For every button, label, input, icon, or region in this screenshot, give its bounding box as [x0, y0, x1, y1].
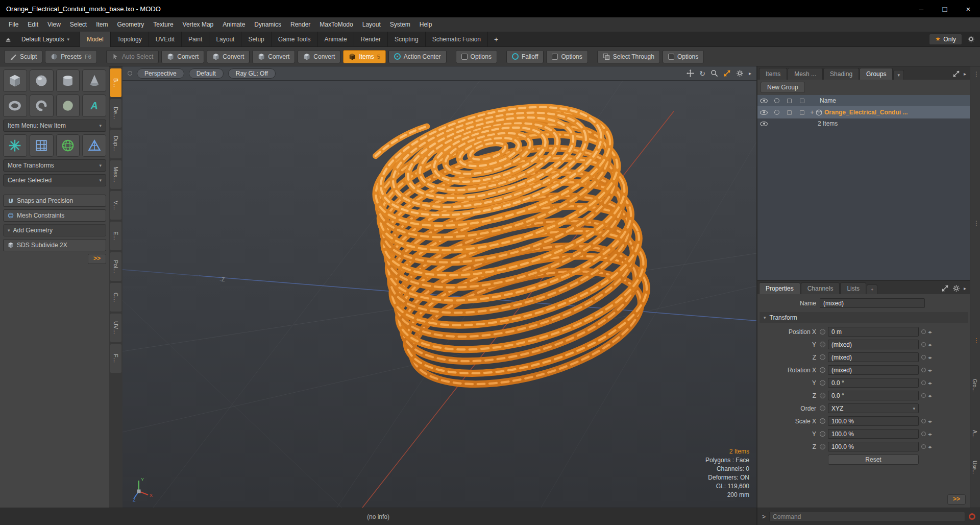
channel-ring[interactable] [820, 342, 825, 347]
scale-z-input[interactable] [828, 442, 919, 451]
zoom-icon[interactable] [710, 69, 718, 77]
tab-items[interactable]: Items [759, 68, 787, 80]
menu-dynamics[interactable]: Dynamics [250, 17, 286, 32]
expand-tool-panel-button[interactable]: >> [88, 254, 106, 264]
visibility-eye-icon[interactable] [760, 110, 768, 115]
tab-lists[interactable]: Lists [840, 282, 866, 294]
menu-maxtomodo[interactable]: MaxToModo [315, 17, 357, 32]
shading-mode-dropdown[interactable]: Default [189, 68, 224, 79]
lock-column-icon[interactable] [787, 99, 792, 103]
cylinder-tool-button[interactable] [56, 69, 80, 92]
tab-properties[interactable]: Properties [759, 282, 800, 294]
channel-state-icon[interactable] [921, 419, 926, 423]
group-row-selected[interactable]: + Orange_Electrical_Condui ... [757, 106, 970, 118]
mini-slider-icon[interactable]: ◂▸ [928, 432, 932, 437]
panel-settings-gear-icon[interactable] [952, 284, 960, 292]
tab-mesh[interactable]: Mesh ... [788, 68, 823, 80]
tab-paint[interactable]: Paint [182, 32, 209, 47]
torus-tool-button[interactable] [3, 94, 27, 117]
strip-tab-uv[interactable]: UV… [110, 314, 121, 342]
tab-schematic-fusion[interactable]: Schematic Fusion [426, 32, 488, 47]
action-center-button[interactable]: Action Center [388, 50, 447, 63]
position-y-input[interactable] [828, 340, 919, 349]
lock-toggle-icon[interactable] [787, 110, 792, 115]
select-through-button[interactable]: Select Through [597, 50, 660, 63]
convert-materials-button[interactable]: Convert [298, 50, 340, 63]
filter-column-icon[interactable] [800, 99, 804, 103]
default-layouts-dropdown[interactable]: Default Layouts ▾ [16, 36, 75, 43]
menu-layout[interactable]: Layout [358, 17, 385, 32]
collapsed-tab-assembly[interactable]: A... [972, 430, 977, 438]
mini-slider-icon[interactable]: ◂▸ [928, 368, 932, 373]
layout-settings-gear-icon[interactable] [967, 35, 975, 43]
convert-edges-button[interactable]: Convert [207, 50, 250, 63]
expand-panel-icon[interactable] [952, 70, 960, 78]
mini-slider-icon[interactable]: ◂▸ [928, 419, 932, 424]
close-button[interactable]: × [957, 0, 980, 17]
conduit-model[interactable] [347, 86, 669, 392]
pin-layout-icon[interactable] [0, 32, 16, 47]
maximize-button[interactable]: □ [933, 0, 957, 17]
wire-pyramid-tool-button[interactable] [82, 134, 106, 157]
rotation-x-input[interactable] [828, 365, 919, 375]
add-layout-tab-button[interactable]: + [488, 32, 504, 47]
name-input[interactable] [820, 298, 925, 308]
channel-ring[interactable] [820, 380, 825, 386]
channel-ring[interactable] [820, 405, 825, 411]
reset-button[interactable]: Reset [828, 455, 919, 465]
channel-ring[interactable] [820, 329, 825, 335]
render-toggle-icon[interactable] [774, 110, 779, 115]
collapsed-tab-groups[interactable]: Gro... [972, 379, 977, 392]
channel-ring[interactable] [820, 444, 825, 449]
collapsed-tab-user[interactable]: Use... [972, 461, 977, 474]
new-group-button[interactable]: New Group [761, 82, 805, 93]
menu-geometry[interactable]: Geometry [113, 17, 149, 32]
menu-texture[interactable]: Texture [149, 17, 178, 32]
drag-handle-icon[interactable]: ⋮ [973, 70, 979, 78]
menu-select[interactable]: Select [65, 17, 91, 32]
scale-x-input[interactable] [828, 416, 919, 426]
text-tool-button[interactable]: A [82, 94, 106, 117]
scale-y-input[interactable] [828, 429, 919, 439]
locator-tool-button[interactable] [3, 134, 27, 157]
action-center-options-button[interactable]: Options [456, 50, 497, 63]
falloff-options-button[interactable]: Options [546, 50, 587, 63]
group-row-count[interactable]: 2 Items [757, 118, 970, 129]
only-toggle-button[interactable]: ★ Only [929, 34, 962, 45]
channel-ring[interactable] [820, 393, 825, 398]
channel-ring[interactable] [820, 418, 825, 424]
mini-slider-icon[interactable]: ◂▸ [928, 355, 932, 360]
viewport-settings-gear-icon[interactable] [736, 69, 744, 77]
position-x-input[interactable] [828, 327, 919, 337]
tab-overflow-caret[interactable]: ▾ [893, 70, 904, 80]
menu-item[interactable]: Item [91, 17, 112, 32]
snaps-and-precision-button[interactable]: Snaps and Precision [3, 195, 106, 207]
cone-tool-button[interactable] [82, 69, 106, 92]
menu-help[interactable]: Help [415, 17, 437, 32]
viewport-scene[interactable]: -Z Y X Z 2 Items Polygons : Face Channel… [122, 81, 756, 508]
convert-vertices-button[interactable]: Convert [161, 50, 204, 63]
grid-plane-tool-button[interactable] [30, 134, 54, 157]
convert-polygons-button[interactable]: Convert [252, 50, 295, 63]
tab-animate[interactable]: Animate [318, 32, 354, 47]
strip-tab-falloff[interactable]: F… [110, 344, 121, 373]
menu-system[interactable]: System [385, 17, 415, 32]
falloff-button[interactable]: Falloff [506, 50, 544, 63]
expand-panel-icon[interactable] [941, 284, 949, 292]
swirl-tool-button[interactable] [30, 94, 54, 117]
viewport-options-dot[interactable] [128, 71, 132, 76]
command-input[interactable] [769, 512, 965, 522]
active-drag-handle-icon[interactable]: ⋮ [973, 337, 979, 344]
tab-shading[interactable]: Shading [823, 68, 859, 80]
viewport-overflow-icon[interactable]: ▸ [749, 70, 751, 76]
visibility-column-icon[interactable] [760, 99, 768, 103]
cube-tool-button[interactable] [3, 69, 27, 92]
mini-slider-icon[interactable]: ◂▸ [928, 393, 932, 398]
item-menu-dropdown[interactable]: Item Menu: New Item ▾ [3, 120, 106, 132]
menu-animate[interactable]: Animate [218, 17, 250, 32]
mini-slider-icon[interactable]: ◂▸ [928, 329, 932, 335]
mini-slider-icon[interactable]: ◂▸ [928, 380, 932, 386]
rotate-view-icon[interactable]: ↻ [699, 69, 705, 78]
pan-icon[interactable] [687, 69, 694, 77]
row-expander[interactable]: + [808, 109, 816, 116]
